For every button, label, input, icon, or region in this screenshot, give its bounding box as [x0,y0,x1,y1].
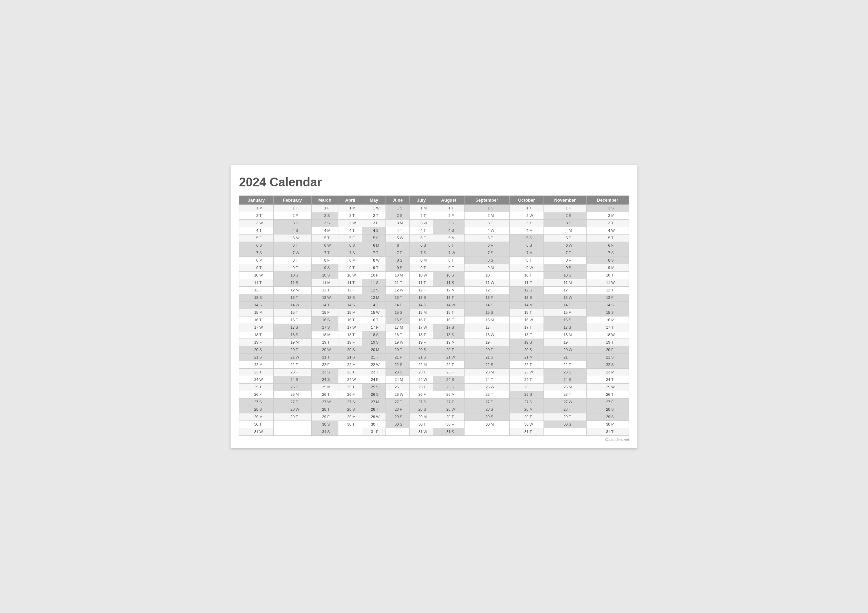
day-number: 22 [509,361,529,368]
day-number: 14 [338,301,352,309]
day-letter: W [400,391,409,398]
day-number: 12 [239,286,259,294]
day-number: 22 [362,361,376,368]
day-letter: W [529,316,544,324]
day-number: 8 [464,257,490,264]
day-number: 26 [338,391,352,398]
day-number: 12 [362,286,376,294]
table-row: 13S13T13W13S13M13T13S13T13F13S13W13F [239,294,629,301]
day-number: 14 [586,301,611,309]
day-letter: F [423,391,433,398]
day-letter: T [423,279,433,286]
day-letter: S [529,234,544,241]
day-number: 9 [409,264,423,271]
day-letter: S [529,286,544,294]
day-number: 19 [239,339,259,346]
day-number: 18 [311,331,327,339]
day-number: 12 [311,286,327,294]
day-letter: F [451,212,465,219]
day-number: 4 [433,227,451,234]
day-letter: F [490,346,509,353]
day-letter: T [490,271,509,279]
day-number: 22 [239,361,259,368]
day-letter: S [611,309,629,316]
day-letter: M [352,309,362,316]
day-number: 31 [509,428,529,435]
day-number: 3 [433,219,451,227]
day-number: 26 [433,391,451,398]
day-letter: T [451,309,465,316]
day-letter: T [352,264,362,271]
day-number: 23 [338,368,352,376]
day-number: 10 [338,271,352,279]
day-letter: S [490,361,509,368]
day-number: 18 [464,331,490,339]
day-letter: T [490,219,509,227]
day-letter: T [423,331,433,339]
month-header-apr: April [338,195,362,204]
day-letter: M [352,413,362,421]
day-letter: W [376,257,386,264]
day-number: 26 [274,391,296,398]
day-number: 20 [362,346,376,353]
day-number: 13 [274,294,296,301]
day-letter: S [611,413,629,421]
day-number: 23 [274,368,296,376]
day-letter: F [451,368,465,376]
day-letter: T [352,331,362,339]
table-row: 22M22T22F22M22W22S22M22T22S22T22F22S [239,361,629,368]
day-letter: F [352,286,362,294]
day-letter: W [327,398,338,406]
day-number [274,421,296,428]
day-number: 7 [544,249,568,257]
day-number: 15 [362,309,376,316]
day-letter: F [611,241,629,249]
day-letter: T [259,212,274,219]
day-letter: M [352,257,362,264]
day-number: 6 [464,241,490,249]
day-number: 9 [386,264,400,271]
day-letter: F [295,316,311,324]
day-letter: S [529,294,544,301]
day-letter: S [611,301,629,309]
day-letter: T [352,279,362,286]
day-letter: T [376,301,386,309]
day-letter: T [259,368,274,376]
day-number: 13 [386,294,400,301]
day-letter: W [451,249,465,257]
day-number: 30 [386,421,400,428]
day-letter: T [327,353,338,361]
day-number: 8 [509,257,529,264]
day-letter: S [327,368,338,376]
day-number: 20 [544,346,568,353]
day-number: 18 [433,331,451,339]
day-number: 29 [464,413,490,421]
day-number: 16 [239,316,259,324]
day-number: 8 [433,257,451,264]
day-number: 17 [386,324,400,331]
day-number: 3 [338,219,352,227]
day-letter: S [295,279,311,286]
day-letter: T [611,339,629,346]
day-letter [568,428,586,435]
day-number: 14 [509,301,529,309]
day-letter: S [451,428,465,435]
day-number: 23 [586,368,611,376]
day-letter: T [423,368,433,376]
day-number: 1 [362,204,376,212]
day-letter: M [423,361,433,368]
day-number: 12 [433,286,451,294]
day-letter: F [376,324,386,331]
day-number: 22 [311,361,327,368]
day-number: 21 [544,353,568,361]
day-number: 28 [409,406,423,413]
day-number: 22 [386,361,400,368]
day-letter: W [352,376,362,383]
day-number: 24 [464,376,490,383]
day-number: 11 [509,279,529,286]
day-letter: S [327,212,338,219]
day-letter: T [568,249,586,257]
day-letter: T [490,391,509,398]
day-number: 27 [433,398,451,406]
day-number: 3 [311,219,327,227]
